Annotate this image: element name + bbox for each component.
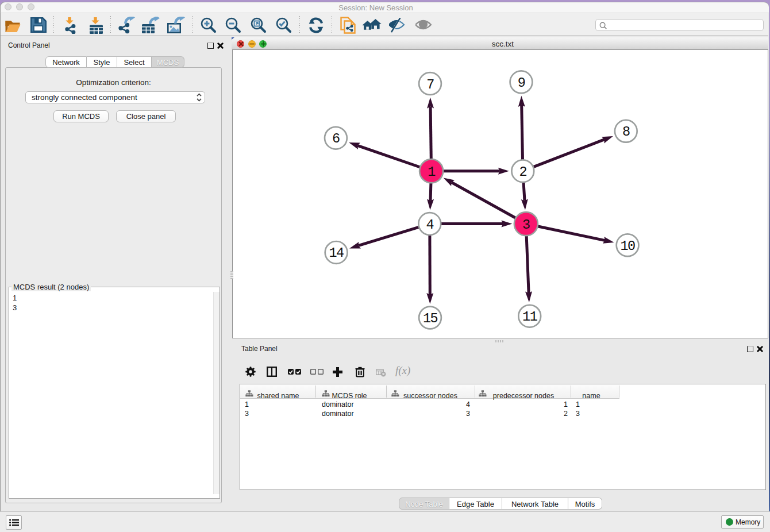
svg-text:3: 3 (522, 217, 530, 233)
svg-text:7: 7 (426, 77, 434, 92)
svg-text:4: 4 (426, 217, 433, 233)
svg-text:8: 8 (622, 124, 630, 140)
svg-text:14: 14 (329, 245, 344, 261)
svg-text:2: 2 (519, 164, 526, 180)
svg-text:11: 11 (522, 309, 537, 325)
svg-text:10: 10 (620, 238, 635, 254)
svg-text:1: 1 (428, 164, 435, 180)
svg-text:15: 15 (423, 311, 438, 326)
svg-text:9: 9 (518, 75, 525, 91)
svg-text:6: 6 (332, 131, 340, 147)
